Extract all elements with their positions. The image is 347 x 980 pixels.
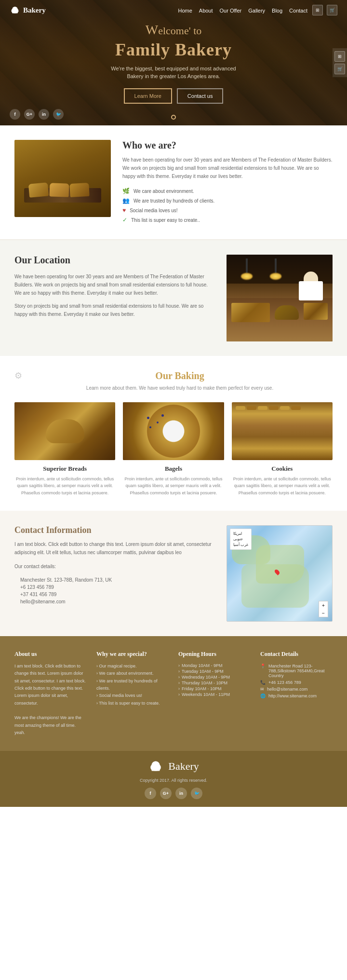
heart-icon: ♥ xyxy=(122,207,126,214)
chef-hat-icon xyxy=(10,5,20,15)
location-section: Our Location We have been operating for … xyxy=(0,240,347,356)
footer-social-twitter[interactable]: 🐦 xyxy=(191,788,202,799)
svg-rect-4 xyxy=(12,12,18,14)
social-facebook[interactable]: f xyxy=(10,109,20,120)
footer-contact-phone: 📞 +46 123 456 789 xyxy=(260,679,333,686)
check-icon: ✓ xyxy=(122,217,127,223)
who-list-item-2: 👥 We are trusted by hundreds of clients. xyxy=(122,196,333,205)
hero-buttons: Learn More Contact us xyxy=(106,88,241,104)
svg-point-8 xyxy=(157,765,161,769)
who-list-item-3: ♥ Social media loves us! xyxy=(122,205,333,215)
map-label: امریکا xyxy=(233,531,248,536)
footer-hours-col: Opening Hours Monday 10AM - 9PM Tuesday … xyxy=(178,651,251,736)
grid-icon[interactable]: ⊞ xyxy=(312,5,323,15)
nav-about[interactable]: About xyxy=(199,8,213,14)
hero-content: Welcome' to Family Bakery We're the bigg… xyxy=(106,22,241,104)
bakery-scene-image xyxy=(227,255,333,341)
side-icon1[interactable]: ⊞ xyxy=(334,51,345,62)
footer-chef-hat-icon xyxy=(148,759,163,774)
trust-icon: 👥 xyxy=(122,197,130,204)
footer-hours-5: Friday 10AM - 10PM xyxy=(178,686,251,692)
nav-contact[interactable]: Contact xyxy=(289,8,307,14)
baking-heading: Our Baking xyxy=(27,370,333,381)
bagel-card-image xyxy=(123,402,224,460)
svg-point-7 xyxy=(151,765,155,769)
hero-title: Family Bakery xyxy=(106,40,241,60)
who-body: We have been operating for over 30 years… xyxy=(122,156,333,180)
breads-name: Superior Breads xyxy=(14,465,115,473)
footer-contact-web: 🌐 http://www.sitename.com xyxy=(260,693,333,699)
side-icon2[interactable]: 🛒 xyxy=(334,64,345,74)
social-twitter[interactable]: 🐦 xyxy=(53,109,64,120)
footer-social-google[interactable]: G+ xyxy=(160,788,172,799)
location-para2: Story on projects big and small from sma… xyxy=(14,302,215,318)
logo-text: Bakery xyxy=(23,6,46,14)
location-para1: We have been operating for over 30 years… xyxy=(14,272,215,297)
location-heading: Our Location xyxy=(14,255,215,266)
location-content: Our Location We have been operating for … xyxy=(14,255,215,323)
footer-social-linkedin[interactable]: in xyxy=(175,788,187,799)
zoom-in-button[interactable]: + xyxy=(319,601,328,609)
footer-logo-text: Bakery xyxy=(168,760,199,773)
hero-dot-indicator xyxy=(171,115,176,120)
footer-about-col: About us I am text block. Click edit but… xyxy=(14,651,87,736)
footer-why-item-3: We are trusted by hundreds of clients. xyxy=(96,678,169,693)
footer-bottom: Bakery Copyright 2017. All rights reserv… xyxy=(0,751,347,807)
nav-gallery[interactable]: Gallery xyxy=(248,8,265,14)
learn-more-button[interactable]: Learn More xyxy=(124,88,172,104)
footer-why-heading: Why we are special? xyxy=(96,651,169,658)
social-google[interactable]: G+ xyxy=(24,109,35,120)
contact-heading: Contact Information xyxy=(14,525,215,535)
nav-logo[interactable]: Bakery xyxy=(10,5,46,15)
nav-icon-group: ⊞ 🛒 xyxy=(312,5,337,15)
who-list: 🌿 We care about environment. 👥 We are tr… xyxy=(122,186,333,225)
who-heading: Who we are? xyxy=(122,140,333,151)
phone-icon: 📞 xyxy=(260,680,266,685)
baking-subtitle: Learn more about them. We have worked tr… xyxy=(27,385,333,391)
bread-card-image xyxy=(14,402,115,460)
map-sub2: غرب آسیا xyxy=(233,542,248,547)
footer-about-heading: About us xyxy=(14,651,87,658)
zoom-out-button[interactable]: − xyxy=(319,609,328,617)
contact-address: Manchester St. 123-78B, Random 713, UK xyxy=(14,576,215,584)
location-icon: 📍 xyxy=(260,664,266,668)
svg-point-3 xyxy=(15,9,18,12)
nav-offer[interactable]: Our Offer xyxy=(220,8,242,14)
footer-hours-2: Tuesday 10AM - 9PM xyxy=(178,668,251,674)
footer-main: About us I am text block. Click edit but… xyxy=(0,636,347,751)
footer-why-col: Why we are special? Our magical recipe. … xyxy=(96,651,169,736)
location-image xyxy=(227,255,333,341)
web-icon: 🌐 xyxy=(260,694,266,698)
nav-home[interactable]: Home xyxy=(178,8,192,14)
footer-social-facebook[interactable]: f xyxy=(145,788,156,799)
contact-us-button[interactable]: Contact us xyxy=(177,88,224,104)
footer-why-item-4: Social media loves us! xyxy=(96,692,169,699)
baking-card-bagels: Bagels Proin interdum, ante ut sollicitu… xyxy=(123,402,224,496)
cookies-name: Cookies xyxy=(232,465,333,473)
cookie-card-image xyxy=(232,402,333,460)
breads-desc: Proin interdum, ante ut sollicitudin com… xyxy=(14,476,115,496)
bagels-desc: Proin interdum, ante ut sollicitudin com… xyxy=(123,476,224,496)
contact-section: Contact Information I am text block. Cli… xyxy=(0,511,347,636)
baking-section: ⚙ Our Baking Learn more about them. We h… xyxy=(0,356,347,511)
who-section: Who we are? We have been operating for o… xyxy=(0,125,347,239)
cart-icon[interactable]: 🛒 xyxy=(327,5,337,15)
footer-hours-heading: Opening Hours xyxy=(178,651,251,658)
footer-logo: Bakery xyxy=(10,759,337,774)
footer-hours-6: Weekends 10AM - 11PM xyxy=(178,692,251,697)
contact-content: Contact Information I am text block. Cli… xyxy=(14,525,215,605)
footer-contact-address: 📍 Manchester Road 123-78B,Silkstown 7654… xyxy=(260,663,333,679)
svg-point-2 xyxy=(12,9,14,12)
bread-image xyxy=(14,140,111,217)
nav-links: Home About Our Offer Gallery Blog Contac… xyxy=(178,6,307,14)
footer-copyright: Copyright 2017. All rights reserved. xyxy=(10,778,337,783)
cookies-desc: Proin interdum, ante ut sollicitudin com… xyxy=(232,476,333,496)
social-linkedin[interactable]: in xyxy=(39,109,49,120)
footer-social: f G+ in 🐦 xyxy=(10,788,337,799)
nav-blog[interactable]: Blog xyxy=(272,8,282,14)
baking-card-breads: Superior Breads Proin interdum, ante ut … xyxy=(14,402,115,496)
footer-hours-4: Thursday 10AM - 10PM xyxy=(178,680,251,686)
footer-hours-1: Monday 10AM - 9PM xyxy=(178,663,251,668)
hero-subtitle: We're the biggest, best equipped and mos… xyxy=(106,65,241,81)
email-icon: ✉ xyxy=(260,687,264,692)
